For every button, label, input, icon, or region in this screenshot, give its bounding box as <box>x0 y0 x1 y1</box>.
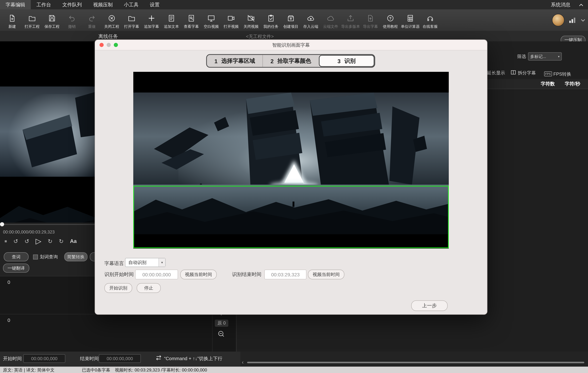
toolbar-button-label: 关闭视频 <box>243 24 259 29</box>
dialog-step-1-tab[interactable]: 1选择字幕区域 <box>207 55 262 67</box>
step-label: 拾取字幕颜色 <box>277 57 311 65</box>
one-key-translate-button[interactable]: 一键翻译 <box>3 264 29 273</box>
toolbar-open-project-button[interactable]: 打开工程 <box>22 11 42 29</box>
player-replay-back-icon[interactable]: ↺ <box>13 238 18 244</box>
subtitle-language-select[interactable]: 自动识别 ▾ <box>125 258 166 267</box>
toolbar-open-subtitle-button[interactable]: 打开字幕 <box>122 11 142 29</box>
avatar[interactable] <box>552 14 564 26</box>
help-icon: ? <box>387 13 394 23</box>
toolbar-button-label: 空白视频 <box>204 24 219 29</box>
toolbar-button-label: 创建项目 <box>283 24 298 29</box>
subtitle-language-label: 字幕语言 <box>105 260 124 267</box>
toolbar-save-project-button[interactable]: 保存工程 <box>42 11 62 29</box>
fps-icon: FPS <box>544 72 552 77</box>
menubar-item-workbench[interactable]: 工作台 <box>31 0 57 10</box>
word-lookup-button[interactable]: 查词 <box>4 252 29 261</box>
toolbar-append-text-button[interactable]: 追加文本 <box>161 11 181 29</box>
chevron-down-icon[interactable] <box>581 19 585 22</box>
toolbar-button-label: 追加文本 <box>164 24 179 29</box>
use-current-time-start-button[interactable]: 视频当前时间 <box>180 270 217 279</box>
subtitle-row-translation[interactable]: 0 <box>0 314 236 352</box>
monitor-icon <box>207 13 215 23</box>
chevron-up-icon[interactable] <box>579 3 584 7</box>
stop-button[interactable]: 停止 <box>137 283 161 293</box>
toolbar-button-label: 保存工程 <box>44 24 60 29</box>
toolbar-cloud-files-button: 云端文件 <box>321 11 341 29</box>
dialog-step-3-tab[interactable]: 3识别 <box>319 55 374 67</box>
menubar-item-file-queue[interactable]: 文件队列 <box>57 0 87 10</box>
player-step-back-icon[interactable]: ↺ <box>24 238 29 244</box>
dialog-step-2-tab[interactable]: 2拾取字幕颜色 <box>262 55 319 67</box>
toolbar-my-tasks-button[interactable]: 我的任务 <box>261 11 281 29</box>
toolbar-open-video-button[interactable]: 打开视频 <box>221 11 241 29</box>
seek-bar[interactable] <box>0 224 95 225</box>
player-play-icon[interactable]: ▷ <box>36 237 42 245</box>
zoom-out-icon[interactable] <box>218 330 224 337</box>
recognize-start-input[interactable]: 00:00:00,000 <box>135 270 178 279</box>
end-time-input[interactable]: 00:00:00,000 <box>99 354 141 363</box>
menubar-item-video-encoding[interactable]: 视频压制 <box>87 0 118 10</box>
dialog-titlebar: 智能识别画面字幕 <box>95 40 487 50</box>
step-number: 2 <box>271 58 274 64</box>
toolbar-append-subtitle-button[interactable]: 追加字幕 <box>142 11 161 29</box>
previous-step-button[interactable]: 上一步 <box>411 300 448 311</box>
player-time-display: 00:00:00,000/00:03:29,323 <box>3 230 55 234</box>
toolbar-view-subtitle-button[interactable]: 查看字幕 <box>181 11 201 29</box>
menubar-item-settings[interactable]: 设置 <box>144 0 165 10</box>
filter-dropdown[interactable]: 多标记... ▾ <box>528 52 562 61</box>
extend-display-button[interactable]: 延长显示 <box>487 70 505 76</box>
cloud-up-icon <box>307 13 315 23</box>
toolbar: 新建打开工程保存工程撤销重做关闭工程打开字幕追加字幕追加文本查看字幕空白视频打开… <box>0 10 588 31</box>
toolbar-blank-video-button[interactable]: 空白视频 <box>201 11 221 29</box>
chevron-down-icon: ▾ <box>558 55 559 58</box>
toolbar-button-label: 存入云端 <box>303 24 318 29</box>
start-time-input[interactable]: 00:00:00,000 <box>23 354 65 363</box>
toolbar-button-label: 重做 <box>88 24 96 29</box>
toolbar-close-video-button[interactable]: 关闭视频 <box>241 11 261 29</box>
use-current-time-end-button[interactable]: 视频当前时间 <box>308 270 344 279</box>
toolbar-save-to-cloud-button[interactable]: 存入云端 <box>301 11 321 29</box>
player-step-forward-icon[interactable]: ↻ <box>48 238 52 244</box>
headset-icon <box>426 13 434 23</box>
selection-lookup-checkbox[interactable] <box>33 254 38 260</box>
step-number: 3 <box>337 58 341 64</box>
menubar-item-subtitle-editor[interactable]: 字幕编辑 <box>0 0 31 10</box>
hscroll-left-icon[interactable]: ‹ <box>242 359 243 365</box>
simplified-traditional-button[interactable]: 简繁转换 <box>64 252 87 261</box>
menubar-right: 系统消息 <box>551 1 588 8</box>
swap-rows-icon[interactable] <box>155 354 162 361</box>
row-number: 0 <box>8 279 10 285</box>
dialog-video-frame[interactable] <box>133 72 449 249</box>
player-replay-forward-icon[interactable]: ↻ <box>59 238 64 244</box>
fps-convert-button[interactable]: FPSFPS转换 <box>544 70 571 77</box>
toolbar-button-label: 在线客服 <box>423 24 438 29</box>
player-stop-icon[interactable]: ■ <box>4 239 7 243</box>
horizontal-scrollbar[interactable] <box>247 362 584 363</box>
subtitle-region-selection[interactable] <box>133 186 449 248</box>
language-info: 原文: 英语 | 译文: 简体中文 <box>3 367 54 373</box>
toolbar-new-button[interactable]: 新建 <box>2 11 22 29</box>
step-label: 选择字幕区域 <box>221 57 255 65</box>
fps-convert-label: FPS转换 <box>553 71 571 77</box>
toolbar-create-project-button[interactable]: 创建项目 <box>281 11 301 29</box>
toolbar-button-label: 云端文件 <box>323 24 338 29</box>
video-preview[interactable] <box>0 41 95 222</box>
toolbar-button-label: 关闭工程 <box>104 24 119 29</box>
menubar-item-tools[interactable]: 小工具 <box>118 0 144 10</box>
split-subtitle-button[interactable]: 拆分字幕 <box>518 70 536 76</box>
seek-knob[interactable] <box>0 222 4 226</box>
system-message-menu[interactable]: 系统消息 <box>551 1 570 8</box>
player-font-size-icon[interactable]: Aa <box>70 238 77 244</box>
start-recognize-button[interactable]: 开始识别 <box>105 283 132 293</box>
step-label: 识别 <box>344 57 356 65</box>
save-icon <box>48 13 56 23</box>
toolbar-button-label: 我的任务 <box>263 24 278 29</box>
recognize-end-input[interactable]: 00:03:29,323 <box>264 270 306 279</box>
toolbar-unit-calculator-button[interactable]: 单位计算器 <box>400 11 420 29</box>
toolbar-close-project-button[interactable]: 关闭工程 <box>102 11 122 29</box>
subtitle-language-value: 自动识别 <box>126 259 158 266</box>
toolbar-tutorial-button[interactable]: ?使用教程 <box>380 11 400 29</box>
video-frame-image <box>0 41 95 222</box>
folder-open-icon <box>128 13 136 23</box>
toolbar-online-support-button[interactable]: 在线客服 <box>420 11 440 29</box>
